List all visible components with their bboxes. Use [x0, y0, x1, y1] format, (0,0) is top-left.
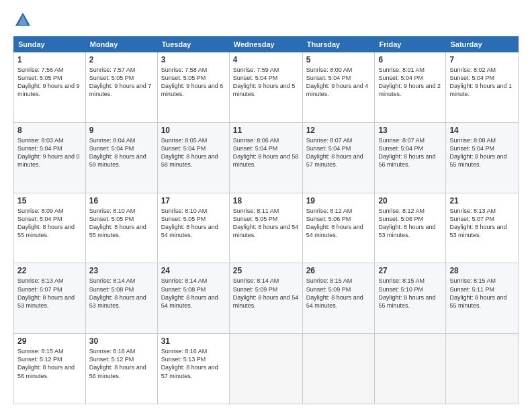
calendar-cell: 25Sunrise: 8:14 AM Sunset: 5:09 PM Dayli… — [229, 263, 302, 334]
day-info: Sunrise: 8:14 AM Sunset: 5:08 PM Dayligh… — [89, 277, 154, 310]
calendar-cell: 13Sunrise: 8:07 AM Sunset: 5:04 PM Dayli… — [375, 122, 446, 193]
day-info: Sunrise: 8:12 AM Sunset: 5:06 PM Dayligh… — [306, 207, 371, 240]
page: SundayMondayTuesdayWednesdayThursdayFrid… — [0, 0, 532, 411]
day-info: Sunrise: 7:58 AM Sunset: 5:05 PM Dayligh… — [161, 66, 226, 99]
day-number: 25 — [233, 266, 299, 275]
day-number: 30 — [89, 336, 154, 346]
day-number: 22 — [17, 266, 82, 275]
calendar-cell: 20Sunrise: 8:12 AM Sunset: 5:06 PM Dayli… — [375, 193, 446, 263]
day-number: 14 — [449, 126, 515, 135]
day-header-sunday: Sunday — [14, 37, 86, 52]
calendar-cell: 8Sunrise: 8:03 AM Sunset: 5:04 PM Daylig… — [14, 122, 86, 193]
day-header-monday: Monday — [85, 37, 157, 52]
day-number: 1 — [17, 55, 82, 64]
day-number: 24 — [161, 266, 226, 275]
day-number: 20 — [378, 196, 442, 205]
calendar-week-5: 29Sunrise: 8:15 AM Sunset: 5:12 PM Dayli… — [14, 334, 519, 404]
day-info: Sunrise: 8:02 AM Sunset: 5:04 PM Dayligh… — [449, 66, 515, 99]
calendar-cell: 30Sunrise: 8:16 AM Sunset: 5:12 PM Dayli… — [85, 334, 157, 404]
calendar-cell — [229, 334, 302, 404]
logo — [13, 11, 35, 30]
day-header-saturday: Saturday — [446, 37, 519, 52]
day-info: Sunrise: 8:14 AM Sunset: 5:09 PM Dayligh… — [233, 277, 299, 310]
day-number: 19 — [306, 196, 371, 205]
calendar-cell: 16Sunrise: 8:10 AM Sunset: 5:05 PM Dayli… — [85, 193, 157, 263]
calendar-week-2: 8Sunrise: 8:03 AM Sunset: 5:04 PM Daylig… — [14, 122, 519, 193]
day-info: Sunrise: 8:15 AM Sunset: 5:09 PM Dayligh… — [306, 277, 371, 310]
calendar-cell: 11Sunrise: 8:06 AM Sunset: 5:04 PM Dayli… — [229, 122, 302, 193]
day-info: Sunrise: 8:05 AM Sunset: 5:04 PM Dayligh… — [161, 136, 226, 169]
day-number: 26 — [306, 266, 371, 275]
calendar-cell — [446, 334, 519, 404]
calendar-cell: 9Sunrise: 8:04 AM Sunset: 5:04 PM Daylig… — [85, 122, 157, 193]
day-header-thursday: Thursday — [302, 37, 375, 52]
calendar-cell — [302, 334, 375, 404]
calendar-cell: 17Sunrise: 8:10 AM Sunset: 5:05 PM Dayli… — [157, 193, 229, 263]
calendar-cell: 27Sunrise: 8:15 AM Sunset: 5:10 PM Dayli… — [375, 263, 446, 334]
calendar-week-3: 15Sunrise: 8:09 AM Sunset: 5:04 PM Dayli… — [14, 193, 519, 263]
day-info: Sunrise: 8:03 AM Sunset: 5:04 PM Dayligh… — [17, 136, 82, 169]
day-number: 9 — [89, 126, 154, 135]
day-header-tuesday: Tuesday — [157, 37, 229, 52]
day-info: Sunrise: 8:07 AM Sunset: 5:04 PM Dayligh… — [378, 136, 442, 169]
day-info: Sunrise: 8:12 AM Sunset: 5:06 PM Dayligh… — [378, 207, 442, 240]
calendar-week-1: 1Sunrise: 7:56 AM Sunset: 5:05 PM Daylig… — [14, 52, 519, 123]
calendar-cell: 2Sunrise: 7:57 AM Sunset: 5:05 PM Daylig… — [85, 52, 157, 123]
calendar-cell: 21Sunrise: 8:13 AM Sunset: 5:07 PM Dayli… — [446, 193, 519, 263]
day-number: 15 — [17, 196, 82, 205]
day-number: 10 — [161, 126, 226, 135]
day-number: 11 — [233, 126, 299, 135]
day-number: 13 — [378, 126, 442, 135]
calendar-cell: 14Sunrise: 8:08 AM Sunset: 5:04 PM Dayli… — [446, 122, 519, 193]
calendar-cell: 26Sunrise: 8:15 AM Sunset: 5:09 PM Dayli… — [302, 263, 375, 334]
day-number: 18 — [233, 196, 299, 205]
day-number: 17 — [161, 196, 226, 205]
day-number: 2 — [89, 55, 154, 64]
day-info: Sunrise: 8:10 AM Sunset: 5:05 PM Dayligh… — [161, 207, 226, 240]
day-number: 29 — [17, 336, 82, 346]
calendar-cell — [375, 334, 446, 404]
day-number: 21 — [449, 196, 515, 205]
day-number: 6 — [378, 55, 442, 64]
calendar-cell: 28Sunrise: 8:15 AM Sunset: 5:11 PM Dayli… — [446, 263, 519, 334]
day-number: 23 — [89, 266, 154, 275]
calendar-cell: 3Sunrise: 7:58 AM Sunset: 5:05 PM Daylig… — [157, 52, 229, 123]
calendar-cell: 7Sunrise: 8:02 AM Sunset: 5:04 PM Daylig… — [446, 52, 519, 123]
calendar-table: SundayMondayTuesdayWednesdayThursdayFrid… — [13, 36, 519, 404]
calendar-cell: 24Sunrise: 8:14 AM Sunset: 5:08 PM Dayli… — [157, 263, 229, 334]
day-info: Sunrise: 8:07 AM Sunset: 5:04 PM Dayligh… — [306, 136, 371, 169]
calendar-cell: 29Sunrise: 8:15 AM Sunset: 5:12 PM Dayli… — [14, 334, 86, 404]
day-info: Sunrise: 8:11 AM Sunset: 5:05 PM Dayligh… — [233, 207, 299, 240]
calendar-cell: 5Sunrise: 8:00 AM Sunset: 5:04 PM Daylig… — [302, 52, 375, 123]
calendar-header-row: SundayMondayTuesdayWednesdayThursdayFrid… — [14, 37, 519, 52]
logo-icon — [13, 11, 32, 30]
calendar-cell: 23Sunrise: 8:14 AM Sunset: 5:08 PM Dayli… — [85, 263, 157, 334]
day-number: 5 — [306, 55, 371, 64]
day-header-friday: Friday — [375, 37, 446, 52]
calendar-cell: 4Sunrise: 7:59 AM Sunset: 5:04 PM Daylig… — [229, 52, 302, 123]
header — [13, 11, 519, 30]
day-number: 27 — [378, 266, 442, 275]
day-number: 28 — [449, 266, 515, 275]
day-info: Sunrise: 8:13 AM Sunset: 5:07 PM Dayligh… — [17, 277, 82, 310]
day-number: 8 — [17, 126, 82, 135]
day-number: 3 — [161, 55, 226, 64]
day-info: Sunrise: 8:10 AM Sunset: 5:05 PM Dayligh… — [89, 207, 154, 240]
day-number: 7 — [449, 55, 515, 64]
calendar-cell: 31Sunrise: 8:16 AM Sunset: 5:13 PM Dayli… — [157, 334, 229, 404]
calendar-cell: 10Sunrise: 8:05 AM Sunset: 5:04 PM Dayli… — [157, 122, 229, 193]
calendar-cell: 22Sunrise: 8:13 AM Sunset: 5:07 PM Dayli… — [14, 263, 86, 334]
day-info: Sunrise: 8:06 AM Sunset: 5:04 PM Dayligh… — [233, 136, 299, 169]
day-info: Sunrise: 8:00 AM Sunset: 5:04 PM Dayligh… — [306, 66, 371, 99]
day-info: Sunrise: 7:57 AM Sunset: 5:05 PM Dayligh… — [89, 66, 154, 99]
day-info: Sunrise: 8:15 AM Sunset: 5:11 PM Dayligh… — [449, 277, 515, 310]
day-info: Sunrise: 8:09 AM Sunset: 5:04 PM Dayligh… — [17, 207, 82, 240]
day-info: Sunrise: 8:15 AM Sunset: 5:10 PM Dayligh… — [378, 277, 442, 310]
day-info: Sunrise: 8:04 AM Sunset: 5:04 PM Dayligh… — [89, 136, 154, 169]
day-number: 4 — [233, 55, 299, 64]
calendar-week-4: 22Sunrise: 8:13 AM Sunset: 5:07 PM Dayli… — [14, 263, 519, 334]
day-info: Sunrise: 8:16 AM Sunset: 5:12 PM Dayligh… — [89, 347, 154, 380]
day-number: 31 — [161, 336, 226, 346]
calendar-cell: 1Sunrise: 7:56 AM Sunset: 5:05 PM Daylig… — [14, 52, 86, 123]
day-info: Sunrise: 8:15 AM Sunset: 5:12 PM Dayligh… — [17, 347, 82, 380]
